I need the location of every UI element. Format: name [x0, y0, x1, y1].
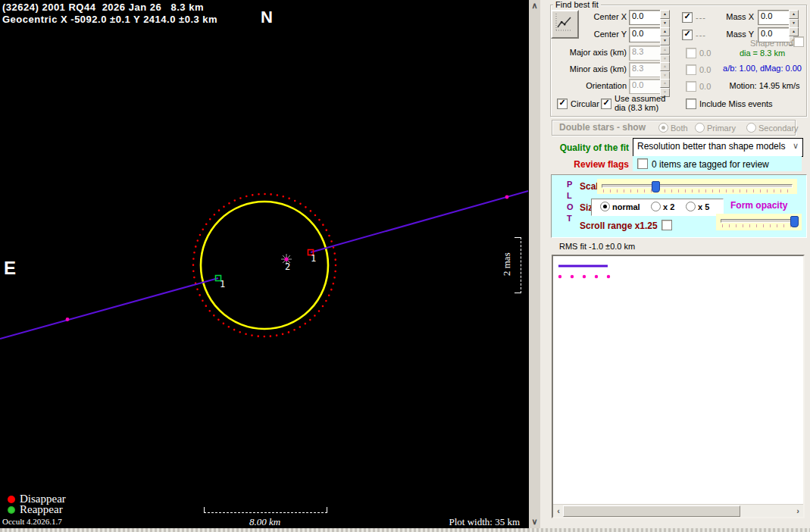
check-icon: ✓	[683, 11, 690, 20]
orientation-label: Orientation	[563, 81, 627, 90]
north-label: N	[261, 8, 273, 27]
spin-up-icon[interactable]: ▲	[789, 10, 799, 19]
find-best-fit-title: Find best fit	[553, 0, 601, 9]
size-x5-label: x 5	[698, 202, 709, 211]
spin-up-icon[interactable]: ▲	[660, 10, 670, 19]
scale-slider[interactable]	[597, 179, 797, 194]
circular-label: Circular	[571, 99, 599, 108]
center-y-label: Center Y	[563, 30, 627, 39]
spin-up-icon[interactable]: ▲	[660, 79, 670, 88]
mas-scale-label: 2 mas	[501, 237, 513, 292]
minor-axis-fit-checkbox[interactable]	[686, 64, 696, 75]
orientation-input[interactable]: 0.0	[629, 79, 662, 94]
predicted-dots-swatch	[558, 271, 626, 281]
minor-axis-side-value: 0.0	[699, 65, 711, 74]
form-opacity-label: Form opacity	[730, 200, 787, 211]
mass-x-label: Mass X	[722, 12, 754, 21]
scroll-range-label: Scroll range x1.25	[580, 221, 658, 231]
scrollbar-left-icon[interactable]: ‹	[554, 506, 563, 515]
review-flags-checkbox[interactable]	[637, 158, 648, 169]
app-version-label: Occult 4.2026.1.7	[2, 517, 62, 526]
spin-up-icon[interactable]: ▲	[660, 27, 670, 36]
major-axis-input[interactable]: 8.3	[629, 45, 662, 61]
size-normal-label: normal	[612, 202, 640, 211]
center-y-spinner[interactable]: ▲ ▼	[660, 27, 670, 42]
spin-up-icon[interactable]: ▲	[660, 45, 670, 55]
plot-title-line1: (32624) 2001 RQ44 2026 Jan 26 8.3 km	[2, 2, 204, 13]
mas-scale-bracket	[514, 237, 521, 293]
form-opacity-thumb[interactable]	[790, 216, 799, 227]
reappear-chord-number: 1	[220, 279, 225, 289]
use-assumed-dia-checkbox[interactable]: ✓	[601, 99, 611, 109]
scroll-up-chevron-icon[interactable]: ∧	[530, 1, 539, 11]
km-scale-label: 8.00 km	[204, 516, 326, 528]
center-x-spinner[interactable]: ▲ ▼	[660, 10, 670, 25]
include-miss-events-label: Include Miss events	[699, 99, 773, 108]
minor-axis-label: Minor axis (km)	[563, 64, 627, 74]
shape-model-checkbox[interactable]	[793, 36, 804, 47]
diameter-status-text: dia = 8.3 km	[722, 49, 802, 58]
plot-letter-p: P	[567, 180, 572, 189]
scale-slider-ticks	[603, 189, 791, 192]
window-bottom-edge	[0, 528, 810, 532]
major-axis-spinner[interactable]: ▲ ▼	[660, 45, 670, 61]
list-item[interactable]: 2(P) Predicted	[553, 271, 803, 281]
double-stars-both-radio[interactable]	[658, 123, 668, 133]
shape-model-label: Shape model	[750, 39, 799, 48]
center-y-fit-checkbox[interactable]: ✓	[682, 30, 693, 40]
size-x2-label: x 2	[663, 202, 674, 211]
list-item[interactable]: 1 V Sempronio, near Huach	[553, 261, 803, 271]
scroll-range-checkbox[interactable]	[661, 220, 672, 230]
review-flags-text: 0 items are tagged for review	[652, 159, 769, 170]
minor-axis-input[interactable]: 8.3	[629, 62, 662, 77]
center-x-label: Center X	[563, 12, 627, 21]
km-scale-bar	[204, 507, 327, 513]
spin-down-icon[interactable]: ▼	[660, 36, 670, 45]
center-x-input[interactable]: 0.0	[629, 10, 662, 25]
circular-checkbox[interactable]: ✓	[557, 99, 568, 109]
fit-results-listbox[interactable]: 1 V Sempronio, near Huach 2(P) Predicted…	[552, 255, 805, 518]
east-label: E	[4, 258, 16, 279]
plot-letter-l: L	[567, 191, 572, 200]
use-assumed-dia-label-line2: dia (8.3 km)	[615, 103, 658, 112]
center-x-fit-checkbox[interactable]: ✓	[682, 12, 693, 23]
scrollbar-thumb[interactable]	[563, 505, 740, 517]
minor-axis-spinner[interactable]: ▲ ▼	[660, 62, 670, 77]
double-stars-secondary-label: Secondary	[758, 124, 799, 133]
mass-y-label: Mass Y	[722, 30, 754, 39]
check-icon: ✓	[558, 98, 565, 107]
use-assumed-dia-label-line1: Use assumed	[615, 94, 665, 103]
double-stars-primary-radio[interactable]	[695, 123, 705, 133]
plot-title-line2: Geocentric X -5092.0 ±0.1 Y 2414.0 ±0.3 …	[2, 14, 217, 25]
spin-up-icon[interactable]: ▲	[789, 27, 799, 36]
orientation-side-value: 0.0	[699, 82, 711, 91]
quality-of-fit-dropdown[interactable]: Resolution better than shape models ∨	[633, 138, 803, 157]
chord-line-right	[311, 191, 528, 252]
include-miss-events-checkbox[interactable]	[686, 99, 696, 109]
scrollbar-right-icon[interactable]: ›	[793, 506, 802, 515]
plot-letter-o: O	[567, 202, 574, 211]
center-y-input[interactable]: 0.0	[629, 27, 662, 42]
occultation-plot[interactable]: (32624) 2001 RQ44 2026 Jan 26 8.3 km Geo…	[0, 0, 529, 528]
size-x5-radio[interactable]	[686, 202, 696, 211]
predicted-center-number: 2	[285, 261, 290, 272]
check-icon: ✓	[602, 98, 609, 107]
orientation-fit-checkbox[interactable]	[686, 81, 696, 92]
double-stars-both-label: Both	[671, 124, 688, 133]
mass-x-input[interactable]: 0.0	[758, 10, 791, 25]
listbox-horizontal-scrollbar[interactable]: ‹ ›	[553, 504, 803, 517]
scale-slider-thumb[interactable]	[652, 181, 660, 192]
reappear-legend-label: Reappear	[20, 503, 63, 516]
disappear-legend-dot	[8, 496, 15, 503]
form-opacity-slider[interactable]	[716, 214, 802, 230]
mass-x-spinner[interactable]: ▲ ▼	[789, 10, 799, 25]
orientation-spinner[interactable]: ▲ ▼	[660, 79, 670, 94]
scroll-down-chevron-icon[interactable]: ∨	[530, 517, 539, 527]
form-opacity-track	[721, 219, 797, 223]
double-stars-secondary-radio[interactable]	[746, 123, 756, 133]
spin-up-icon[interactable]: ▲	[660, 62, 670, 71]
major-axis-fit-checkbox[interactable]	[686, 48, 696, 58]
size-x2-radio[interactable]	[651, 202, 661, 211]
form-opacity-ticks	[722, 224, 796, 227]
size-normal-radio[interactable]	[600, 202, 610, 211]
